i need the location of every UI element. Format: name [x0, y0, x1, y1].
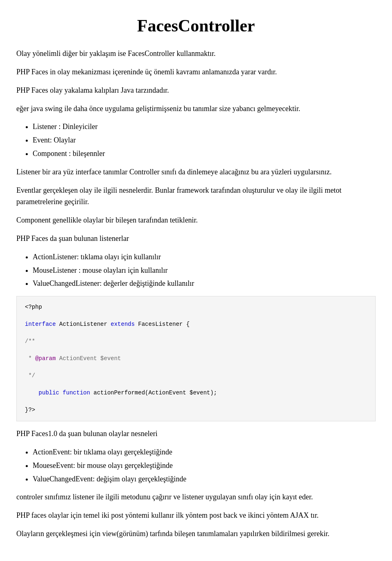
page-title: FacesController [16, 12, 376, 40]
paragraph-8: Component genellikle olaylar bir bileşen… [16, 214, 376, 226]
paragraph-4: eğer java swing ile daha önce uygulama g… [16, 103, 376, 115]
paragraph-13: Olayların gerçekleşmesi için view(görünü… [16, 528, 376, 540]
list-item: ValueChangedListener: değerler değiştiği… [33, 278, 376, 289]
paragraph-12: PHP faces olaylar için temel iki post yö… [16, 510, 376, 521]
bullet-list-2: ActionListener: tıklama olayı için kulla… [33, 251, 376, 289]
list-item: ActionEvent: bir tıklama olayı gerçekleş… [33, 446, 376, 458]
bullet-list-1: Listener : Dinleyiciler Event: Olaylar C… [33, 121, 376, 159]
paragraph-1: Olay yönelimli diğer bir yaklaşım ise Fa… [16, 48, 376, 60]
code-block: <?php interface ActionListener extends F… [16, 296, 376, 421]
paragraph-3: PHP Faces olay yakalama kalıpları Java t… [16, 85, 376, 96]
list-item: MouseListener : mouse olayları için kull… [33, 265, 376, 276]
list-item: ValueChangedEvent: değişim olayı gerçekl… [33, 473, 376, 485]
list-item: ActionListener: tıklama olayı için kulla… [33, 251, 376, 263]
paragraph-10: PHP Faces1.0 da şuan bulunan olaylar nes… [16, 428, 376, 440]
list-item: Listener : Dinleyiciler [33, 121, 376, 133]
list-item: Component : bileşennler [33, 148, 376, 160]
paragraph-2: PHP Faces in olay mekanizması içereninde… [16, 66, 376, 78]
paragraph-6a: Eventlar gerçekleşen olay ile ilgili nes… [16, 186, 153, 194]
paragraph-11: controler sınıfımız listener ile ilgili … [16, 491, 376, 503]
paragraph-5: Listener bir ara yüz interface tanımlar … [16, 166, 376, 178]
list-item: MoueseEvent: bir mouse olayı gerçekleşti… [33, 460, 376, 472]
paragraph-6: Eventlar gerçekleşen olay ile ilgili nes… [16, 185, 376, 208]
list-item: Event: Olaylar [33, 134, 376, 146]
paragraph-9: PHP Faces da şuan bulunan listenerlar [16, 233, 376, 245]
bullet-list-3: ActionEvent: bir tıklama olayı gerçekleş… [33, 446, 376, 485]
